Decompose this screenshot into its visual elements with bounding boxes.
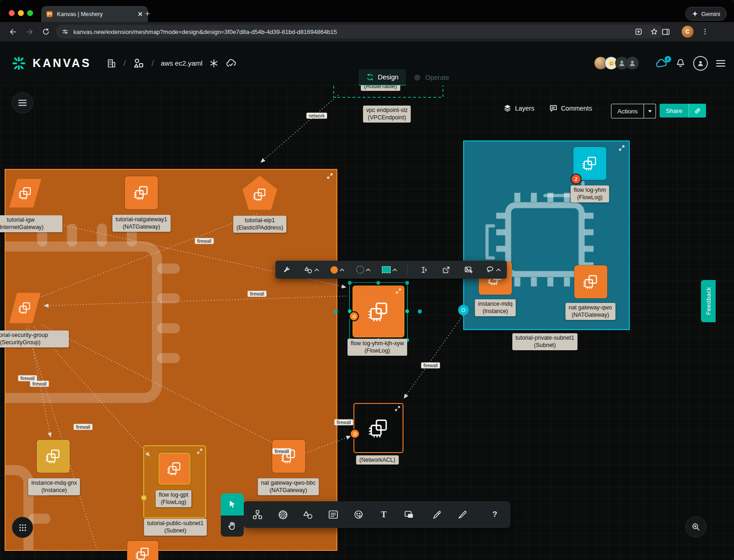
select-tool[interactable]: [221, 493, 244, 515]
collapse-node-icon[interactable]: [619, 145, 625, 151]
node-nat-gateway-qwo[interactable]: [574, 265, 607, 298]
node-label: nat gateway-qwo-bbc(NATGateway): [258, 478, 319, 495]
actions-dropdown-button[interactable]: [644, 104, 656, 118]
actions-button[interactable]: Actions: [611, 104, 644, 118]
minimize-window-button[interactable]: [18, 10, 24, 16]
comments-button[interactable]: Comments: [549, 104, 592, 112]
apps-grid-button[interactable]: [12, 517, 33, 538]
node-network-acl[interactable]: [353, 403, 403, 453]
new-tab-button[interactable]: +: [145, 9, 150, 19]
mode-tabs: Design Operate: [359, 69, 457, 86]
tab-operate[interactable]: Operate: [406, 70, 456, 85]
reload-button[interactable]: [39, 25, 52, 38]
user-profile-icon[interactable]: [693, 56, 708, 71]
collapse-node-icon[interactable]: [395, 406, 400, 411]
snowflake-icon[interactable]: [209, 59, 219, 68]
fill-color-picker[interactable]: [329, 266, 346, 274]
sticker-tool[interactable]: [352, 508, 365, 521]
chevron-up-icon: [314, 269, 319, 271]
profile-avatar[interactable]: C: [682, 26, 694, 38]
network-acl-port-badge[interactable]: [350, 429, 360, 439]
node-partial-bottom[interactable]: [127, 541, 158, 560]
pen-tool[interactable]: [430, 508, 444, 521]
configure-tool-button[interactable]: [280, 263, 294, 277]
node-instance-gnx[interactable]: [37, 440, 70, 473]
collapse-node-icon[interactable]: [327, 173, 333, 179]
cloud-sync-icon[interactable]: [225, 58, 236, 69]
designs-icon[interactable]: [133, 57, 145, 69]
design-canvas[interactable]: 2 (RouteTable) vpc endpoint-slz(VPCEndpo…: [0, 85, 734, 560]
align-handle[interactable]: [418, 309, 422, 314]
browser-menu-icon[interactable]: [699, 25, 712, 38]
node-nat-gateway-1[interactable]: [125, 176, 158, 209]
node-flowlog-gpt[interactable]: [158, 453, 191, 485]
node-flowlog-gpt-group[interactable]: [143, 445, 206, 518]
bookmark-star-icon[interactable]: [650, 28, 658, 36]
shape-picker[interactable]: [303, 265, 320, 274]
share-button[interactable]: Share: [660, 104, 689, 118]
subnet-connection-handle[interactable]: [458, 305, 469, 315]
header-menu-icon[interactable]: [716, 59, 726, 67]
meshery-favicon: [46, 11, 53, 18]
collapse-node-icon[interactable]: [197, 448, 202, 454]
open-in-new-button[interactable]: [439, 263, 453, 277]
tune-icon: [62, 28, 69, 35]
container-shape-tool[interactable]: [402, 508, 416, 521]
pan-tool[interactable]: [221, 515, 244, 537]
omnibox[interactable]: kanvas.new/extension/meshmap?mode=design…: [56, 25, 664, 39]
fill-color-swatch: [331, 266, 338, 274]
layers-button[interactable]: Layers: [503, 104, 534, 112]
caret-down-icon: [648, 110, 652, 112]
gemini-button[interactable]: Gemini: [685, 7, 727, 21]
design-file-name[interactable]: aws ec2.yaml: [161, 59, 202, 67]
organization-icon[interactable]: [106, 58, 117, 68]
copy-link-button[interactable]: [689, 104, 706, 118]
node-label: tutorial-natgateway1(NATGateway): [112, 215, 171, 232]
close-window-button[interactable]: [9, 10, 15, 16]
node-nat-gateway-bbc[interactable]: [272, 440, 305, 473]
node-flowlog-kjh-selected[interactable]: [349, 282, 408, 341]
node-label: tutorial-eip1(ElasticIPAddress): [233, 216, 286, 233]
node-flowlog-kjh[interactable]: [353, 286, 404, 337]
avatar-4[interactable]: [626, 56, 639, 70]
tab-design[interactable]: Design: [359, 69, 406, 86]
help-tool[interactable]: ?: [488, 508, 502, 521]
canvas-menu-button[interactable]: [12, 92, 33, 113]
components-tool[interactable]: [251, 508, 264, 521]
add-image-button[interactable]: [462, 263, 476, 277]
notifications-bell-icon[interactable]: [676, 58, 685, 68]
browser-tab[interactable]: Kanvas | Meshery: [41, 6, 148, 22]
resize-handle[interactable]: [405, 309, 409, 313]
freehand-draw-tool[interactable]: [455, 508, 469, 521]
cloud-status[interactable]: 0: [655, 58, 668, 69]
flowlog-gpt-port-dot[interactable]: [141, 495, 147, 501]
rename-tool-button[interactable]: [416, 263, 430, 277]
side-panel-icon[interactable]: [659, 25, 672, 38]
kubernetes-tool[interactable]: [276, 508, 290, 521]
align-handle[interactable]: [334, 309, 338, 314]
annotation-tool[interactable]: [326, 508, 340, 521]
text-tool[interactable]: T: [377, 508, 391, 521]
resize-handle[interactable]: [376, 281, 380, 285]
border-style-picker[interactable]: [355, 266, 372, 274]
feedback-tab[interactable]: Feedback: [701, 280, 716, 322]
back-button[interactable]: [6, 25, 19, 38]
resize-handle[interactable]: [348, 281, 352, 285]
shapes-icon: [304, 265, 313, 274]
edge-label: firewall: [30, 381, 49, 387]
shapes-tool[interactable]: [301, 508, 315, 521]
close-tab-icon[interactable]: [137, 11, 143, 17]
flowlog-kjh-port-badge[interactable]: [349, 311, 359, 321]
zoom-search-button[interactable]: [685, 516, 706, 538]
collapse-node-icon[interactable]: [396, 288, 401, 294]
node-label: tutorial-igw(InternetGateway): [0, 215, 62, 232]
selection-style-picker[interactable]: [381, 266, 398, 273]
forward-button[interactable]: [23, 25, 36, 38]
lasso-tool-button[interactable]: [484, 265, 502, 274]
zoom-window-button[interactable]: [27, 10, 33, 16]
node-flowlog-yhm[interactable]: 2: [573, 147, 606, 180]
resize-handle[interactable]: [405, 281, 409, 285]
wrench-icon: [283, 266, 291, 274]
node-label: nat gateway-qwo(NATGateway): [566, 303, 616, 320]
save-icon[interactable]: [634, 28, 643, 36]
